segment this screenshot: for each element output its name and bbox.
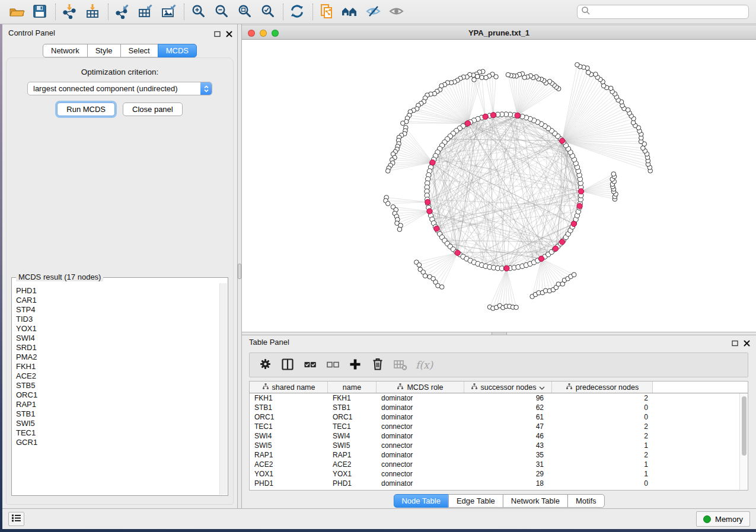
create-column-button[interactable] (346, 356, 365, 374)
table-row[interactable]: SWI4SWI4dominator462 (250, 431, 748, 441)
table-row[interactable]: RAP1RAP1dominator352 (250, 450, 748, 460)
tab-network[interactable]: Network (43, 44, 88, 57)
list-item[interactable]: STP4 (16, 305, 219, 315)
graph-hub-node[interactable] (538, 256, 544, 261)
table-scrollbar[interactable] (739, 393, 748, 490)
table-cell[interactable]: PHD1 (250, 479, 328, 488)
graph-leaf-node[interactable] (417, 263, 422, 268)
tab-node-table[interactable]: Node Table (393, 494, 449, 508)
graph-hub-node[interactable] (504, 265, 509, 271)
graph-hub-node[interactable] (553, 246, 558, 251)
graph-hub-node[interactable] (425, 200, 430, 205)
graph-leaf-node[interactable] (608, 86, 613, 91)
table-cell[interactable]: 1 (552, 460, 653, 469)
table-row[interactable]: SWI5SWI5connector431 (250, 441, 748, 450)
table-cell[interactable]: dominator (377, 450, 464, 460)
table-cell[interactable]: connector (377, 460, 464, 469)
table-cell[interactable]: RAP1 (328, 450, 377, 460)
graph-hub-node[interactable] (465, 121, 470, 126)
close-panel-icon[interactable] (226, 29, 232, 40)
table-cell[interactable]: 31 (464, 460, 552, 469)
table-cell[interactable]: YOX1 (250, 469, 328, 479)
table-cell[interactable]: dominator (377, 431, 464, 441)
graph-hub-node[interactable] (430, 160, 435, 165)
show-columns-button[interactable] (278, 356, 297, 374)
table-cell[interactable]: SWI5 (250, 441, 328, 450)
import-network-button[interactable] (60, 3, 78, 21)
graph-leaf-node[interactable] (385, 169, 390, 174)
table-cell[interactable]: SWI5 (328, 441, 377, 450)
memory-button[interactable]: Memory (696, 511, 750, 527)
panel-menu-button[interactable] (8, 512, 24, 526)
graph-hub-node[interactable] (483, 114, 488, 119)
graph-leaf-node[interactable] (506, 72, 511, 77)
tab-edge-table[interactable]: Edge Table (448, 494, 503, 508)
table-cell[interactable]: 2 (552, 422, 653, 431)
table-cell[interactable]: RAP1 (250, 450, 328, 460)
list-item[interactable]: PHD1 (16, 286, 219, 296)
list-item[interactable]: YOX1 (16, 324, 219, 334)
table-cell[interactable]: TEC1 (250, 422, 328, 431)
table-row[interactable]: ORC1ORC1dominator610 (250, 412, 748, 422)
tab-select[interactable]: Select (120, 44, 158, 57)
table-cell[interactable]: ACE2 (250, 460, 328, 469)
graph-leaf-node[interactable] (514, 305, 519, 310)
list-item[interactable]: PMA2 (16, 352, 219, 362)
table-cell[interactable]: STB1 (328, 403, 377, 412)
first-neighbors-button[interactable] (341, 3, 359, 21)
column-header-shared-name[interactable]: shared name (250, 382, 328, 393)
table-cell[interactable]: dominator (377, 393, 464, 403)
tab-mcds[interactable]: MCDS (158, 44, 197, 57)
apply-layout-button[interactable] (288, 3, 306, 21)
list-item[interactable]: SRD1 (16, 343, 219, 352)
table-row[interactable]: TEC1TEC1connector472 (250, 422, 748, 431)
table-cell[interactable]: dominator (377, 412, 464, 422)
table-cell[interactable]: connector (377, 422, 464, 431)
graph-leaf-node[interactable] (611, 172, 616, 177)
graph-hub-node[interactable] (455, 250, 460, 255)
table-cell[interactable]: 2 (552, 393, 653, 403)
table-row[interactable]: PHD1PHD1dominator180 (250, 479, 748, 488)
mcds-result-list[interactable]: PHD1CAR1STP4TID3YOX1SWI4SRD1PMA2FKH1ACE2… (12, 283, 219, 495)
export-table-button[interactable] (136, 3, 154, 21)
graph-leaf-node[interactable] (439, 285, 444, 290)
table-cell[interactable]: connector (377, 469, 464, 479)
table-cell[interactable]: 47 (464, 422, 552, 431)
graph-leaf-node[interactable] (423, 274, 428, 278)
graph-hub-node[interactable] (427, 209, 432, 214)
list-item[interactable]: RAP1 (16, 400, 219, 409)
table-cell[interactable]: dominator (377, 479, 464, 488)
network-canvas[interactable] (242, 40, 756, 332)
list-item[interactable]: CAR1 (16, 296, 219, 305)
close-panel-button[interactable]: Close panel (123, 102, 183, 116)
list-item[interactable]: ORC1 (16, 390, 219, 400)
delete-table-button[interactable] (391, 356, 410, 374)
graph-leaf-node[interactable] (397, 227, 402, 232)
table-cell[interactable]: SWI4 (250, 431, 328, 441)
graph-leaf-node[interactable] (484, 75, 489, 80)
delete-column-button[interactable] (368, 356, 387, 374)
graph-hub-node[interactable] (490, 113, 496, 118)
table-cell[interactable]: dominator (377, 403, 464, 412)
mcds-list-scrollbar[interactable] (219, 283, 227, 495)
zoom-in-button[interactable] (189, 3, 207, 21)
column-header-MCDS-role[interactable]: MCDS role (377, 382, 464, 393)
table-row[interactable]: FKH1FKH1dominator962 (250, 393, 748, 403)
tab-network-table[interactable]: Network Table (503, 494, 568, 508)
table-cell[interactable]: PHD1 (328, 479, 377, 488)
list-item[interactable]: GCR1 (16, 438, 219, 447)
table-cell[interactable]: 35 (464, 450, 552, 460)
zoom-fit-button[interactable] (235, 3, 253, 21)
graph-hub-node[interactable] (560, 138, 565, 143)
tab-motifs[interactable]: Motifs (567, 494, 605, 508)
hide-selected-button[interactable] (364, 3, 382, 21)
optimization-criterion-select[interactable]: largest connected component (undirected) (27, 82, 212, 95)
graph-leaf-node[interactable] (386, 201, 391, 206)
table-cell[interactable]: 96 (464, 393, 552, 403)
graph-leaf-node[interactable] (594, 72, 598, 77)
list-item[interactable]: SWI4 (16, 334, 219, 343)
table-cell[interactable]: 62 (464, 403, 552, 412)
column-header-predecessor-nodes[interactable]: predecessor nodes (552, 382, 653, 393)
graph-leaf-node[interactable] (401, 121, 406, 126)
table-cell[interactable]: STB1 (250, 403, 328, 412)
